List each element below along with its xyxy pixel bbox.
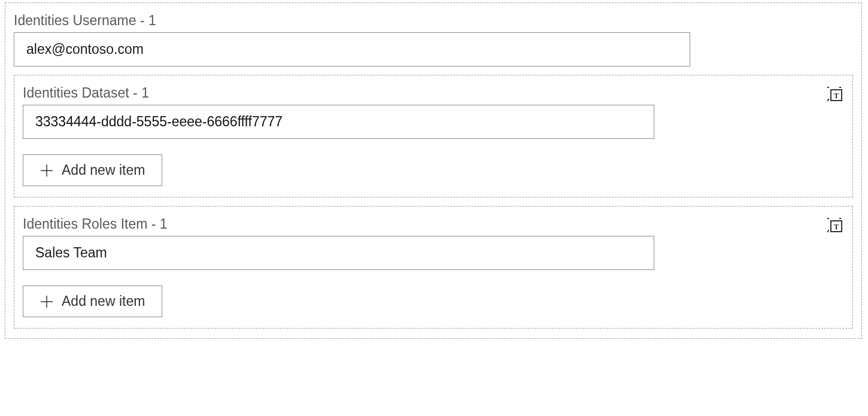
roles-input[interactable] (23, 236, 654, 270)
svg-text:T: T (834, 91, 839, 100)
svg-text:T: T (834, 222, 839, 231)
dataset-input[interactable] (23, 105, 654, 139)
dataset-add-label: Add new item (62, 162, 145, 178)
username-input[interactable] (14, 32, 690, 66)
roles-label: Identities Roles Item - 1 (23, 216, 844, 232)
dataset-section: T Identities Dataset - 1 Add new item (14, 75, 853, 198)
dynamic-content-icon[interactable]: T (826, 85, 844, 103)
dynamic-content-icon[interactable]: T (826, 216, 844, 234)
identities-container: Identities Username - 1 T T Identities D… (5, 2, 862, 339)
dataset-add-button[interactable]: Add new item (23, 154, 162, 186)
plus-icon (40, 164, 53, 177)
dataset-label: Identities Dataset - 1 (23, 85, 844, 101)
username-section: Identities Username - 1 T (14, 13, 853, 66)
username-label: Identities Username - 1 (14, 13, 853, 29)
plus-icon (40, 295, 53, 308)
roles-add-label: Add new item (62, 293, 145, 309)
roles-section: T Identities Roles Item - 1 Add new item (14, 206, 853, 329)
roles-add-button[interactable]: Add new item (23, 286, 162, 317)
